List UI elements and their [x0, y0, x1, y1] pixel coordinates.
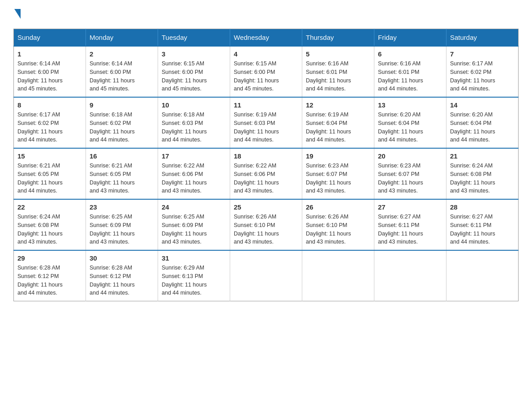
day-number: 23 [90, 203, 154, 211]
day-info: Sunrise: 6:25 AM Sunset: 6:09 PM Dayligh… [90, 213, 154, 246]
day-number: 26 [306, 203, 370, 211]
day-cell: 6 Sunrise: 6:16 AM Sunset: 6:01 PM Dayli… [374, 46, 446, 97]
day-number: 21 [450, 152, 515, 160]
week-row-3: 15 Sunrise: 6:21 AM Sunset: 6:05 PM Dayl… [14, 148, 519, 199]
calendar-header: SundayMondayTuesdayWednesdayThursdayFrid… [14, 29, 519, 47]
day-number: 24 [162, 203, 226, 211]
day-cell: 7 Sunrise: 6:17 AM Sunset: 6:02 PM Dayli… [446, 46, 519, 97]
day-cell: 25 Sunrise: 6:26 AM Sunset: 6:10 PM Dayl… [230, 199, 302, 250]
day-info: Sunrise: 6:19 AM Sunset: 6:04 PM Dayligh… [306, 111, 370, 144]
week-row-1: 1 Sunrise: 6:14 AM Sunset: 6:00 PM Dayli… [14, 46, 519, 97]
day-cell: 28 Sunrise: 6:27 AM Sunset: 6:11 PM Dayl… [446, 199, 519, 250]
day-number: 31 [162, 254, 226, 262]
day-info: Sunrise: 6:28 AM Sunset: 6:12 PM Dayligh… [90, 264, 154, 297]
calendar-body: 1 Sunrise: 6:14 AM Sunset: 6:00 PM Dayli… [14, 46, 519, 301]
day-info: Sunrise: 6:19 AM Sunset: 6:03 PM Dayligh… [234, 111, 298, 144]
day-cell: 27 Sunrise: 6:27 AM Sunset: 6:11 PM Dayl… [374, 199, 446, 250]
day-number: 5 [306, 50, 370, 58]
day-info: Sunrise: 6:17 AM Sunset: 6:02 PM Dayligh… [450, 60, 515, 93]
day-info: Sunrise: 6:24 AM Sunset: 6:08 PM Dayligh… [450, 162, 515, 195]
day-number: 29 [17, 254, 82, 262]
day-cell: 22 Sunrise: 6:24 AM Sunset: 6:08 PM Dayl… [14, 199, 86, 250]
day-cell: 1 Sunrise: 6:14 AM Sunset: 6:00 PM Dayli… [14, 46, 86, 97]
day-cell: 13 Sunrise: 6:20 AM Sunset: 6:04 PM Dayl… [374, 97, 446, 148]
day-info: Sunrise: 6:27 AM Sunset: 6:11 PM Dayligh… [450, 213, 515, 246]
day-info: Sunrise: 6:14 AM Sunset: 6:00 PM Dayligh… [90, 60, 154, 93]
day-cell: 17 Sunrise: 6:22 AM Sunset: 6:06 PM Dayl… [158, 148, 230, 199]
day-info: Sunrise: 6:25 AM Sunset: 6:09 PM Dayligh… [162, 213, 226, 246]
day-cell: 24 Sunrise: 6:25 AM Sunset: 6:09 PM Dayl… [158, 199, 230, 250]
header-cell-wednesday: Wednesday [230, 29, 302, 47]
day-cell: 31 Sunrise: 6:29 AM Sunset: 6:13 PM Dayl… [158, 250, 230, 301]
day-cell: 14 Sunrise: 6:20 AM Sunset: 6:04 PM Dayl… [446, 97, 519, 148]
day-cell [446, 250, 519, 301]
day-info: Sunrise: 6:22 AM Sunset: 6:06 PM Dayligh… [162, 162, 226, 195]
day-info: Sunrise: 6:24 AM Sunset: 6:08 PM Dayligh… [17, 213, 82, 246]
day-cell: 3 Sunrise: 6:15 AM Sunset: 6:00 PM Dayli… [158, 46, 230, 97]
day-info: Sunrise: 6:28 AM Sunset: 6:12 PM Dayligh… [17, 264, 82, 297]
week-row-4: 22 Sunrise: 6:24 AM Sunset: 6:08 PM Dayl… [14, 199, 519, 250]
day-number: 2 [90, 50, 154, 58]
day-number: 9 [90, 101, 154, 109]
day-number: 4 [234, 50, 298, 58]
day-cell: 10 Sunrise: 6:18 AM Sunset: 6:03 PM Dayl… [158, 97, 230, 148]
calendar-table: SundayMondayTuesdayWednesdayThursdayFrid… [13, 29, 519, 301]
header-cell-saturday: Saturday [446, 29, 519, 47]
logo-triangle-icon [14, 9, 21, 19]
day-number: 7 [450, 50, 515, 58]
header-cell-sunday: Sunday [14, 29, 86, 47]
day-number: 22 [17, 203, 82, 211]
day-number: 1 [17, 50, 82, 58]
day-info: Sunrise: 6:21 AM Sunset: 6:05 PM Dayligh… [17, 162, 82, 195]
day-number: 6 [378, 50, 442, 58]
day-cell: 29 Sunrise: 6:28 AM Sunset: 6:12 PM Dayl… [14, 250, 86, 301]
day-number: 13 [378, 101, 442, 109]
day-cell [302, 250, 374, 301]
day-number: 3 [162, 50, 226, 58]
day-info: Sunrise: 6:18 AM Sunset: 6:03 PM Dayligh… [162, 111, 226, 144]
day-cell: 20 Sunrise: 6:23 AM Sunset: 6:07 PM Dayl… [374, 148, 446, 199]
day-number: 18 [234, 152, 298, 160]
logo-top [13, 9, 21, 20]
day-cell: 15 Sunrise: 6:21 AM Sunset: 6:05 PM Dayl… [14, 148, 86, 199]
day-info: Sunrise: 6:14 AM Sunset: 6:00 PM Dayligh… [17, 60, 82, 93]
day-cell: 11 Sunrise: 6:19 AM Sunset: 6:03 PM Dayl… [230, 97, 302, 148]
day-info: Sunrise: 6:16 AM Sunset: 6:01 PM Dayligh… [378, 60, 442, 93]
day-info: Sunrise: 6:21 AM Sunset: 6:05 PM Dayligh… [90, 162, 154, 195]
day-cell: 18 Sunrise: 6:22 AM Sunset: 6:06 PM Dayl… [230, 148, 302, 199]
header-cell-friday: Friday [374, 29, 446, 47]
day-number: 14 [450, 101, 515, 109]
day-number: 8 [17, 101, 82, 109]
day-info: Sunrise: 6:23 AM Sunset: 6:07 PM Dayligh… [306, 162, 370, 195]
day-number: 25 [234, 203, 298, 211]
day-info: Sunrise: 6:18 AM Sunset: 6:02 PM Dayligh… [90, 111, 154, 144]
day-cell [230, 250, 302, 301]
page-header [13, 9, 519, 20]
day-number: 17 [162, 152, 226, 160]
day-cell: 23 Sunrise: 6:25 AM Sunset: 6:09 PM Dayl… [86, 199, 158, 250]
day-cell: 12 Sunrise: 6:19 AM Sunset: 6:04 PM Dayl… [302, 97, 374, 148]
day-info: Sunrise: 6:23 AM Sunset: 6:07 PM Dayligh… [378, 162, 442, 195]
day-cell: 30 Sunrise: 6:28 AM Sunset: 6:12 PM Dayl… [86, 250, 158, 301]
day-cell: 21 Sunrise: 6:24 AM Sunset: 6:08 PM Dayl… [446, 148, 519, 199]
day-number: 10 [162, 101, 226, 109]
day-info: Sunrise: 6:27 AM Sunset: 6:11 PM Dayligh… [378, 213, 442, 246]
day-number: 30 [90, 254, 154, 262]
week-row-2: 8 Sunrise: 6:17 AM Sunset: 6:02 PM Dayli… [14, 97, 519, 148]
week-row-5: 29 Sunrise: 6:28 AM Sunset: 6:12 PM Dayl… [14, 250, 519, 301]
day-cell: 26 Sunrise: 6:26 AM Sunset: 6:10 PM Dayl… [302, 199, 374, 250]
day-cell: 4 Sunrise: 6:15 AM Sunset: 6:00 PM Dayli… [230, 46, 302, 97]
day-info: Sunrise: 6:26 AM Sunset: 6:10 PM Dayligh… [306, 213, 370, 246]
day-number: 27 [378, 203, 442, 211]
day-number: 12 [306, 101, 370, 109]
header-cell-tuesday: Tuesday [158, 29, 230, 47]
day-cell: 2 Sunrise: 6:14 AM Sunset: 6:00 PM Dayli… [86, 46, 158, 97]
header-cell-monday: Monday [86, 29, 158, 47]
day-info: Sunrise: 6:15 AM Sunset: 6:00 PM Dayligh… [162, 60, 226, 93]
day-number: 19 [306, 152, 370, 160]
day-cell: 9 Sunrise: 6:18 AM Sunset: 6:02 PM Dayli… [86, 97, 158, 148]
day-info: Sunrise: 6:29 AM Sunset: 6:13 PM Dayligh… [162, 264, 226, 297]
day-info: Sunrise: 6:17 AM Sunset: 6:02 PM Dayligh… [17, 111, 82, 144]
day-number: 16 [90, 152, 154, 160]
day-number: 15 [17, 152, 82, 160]
